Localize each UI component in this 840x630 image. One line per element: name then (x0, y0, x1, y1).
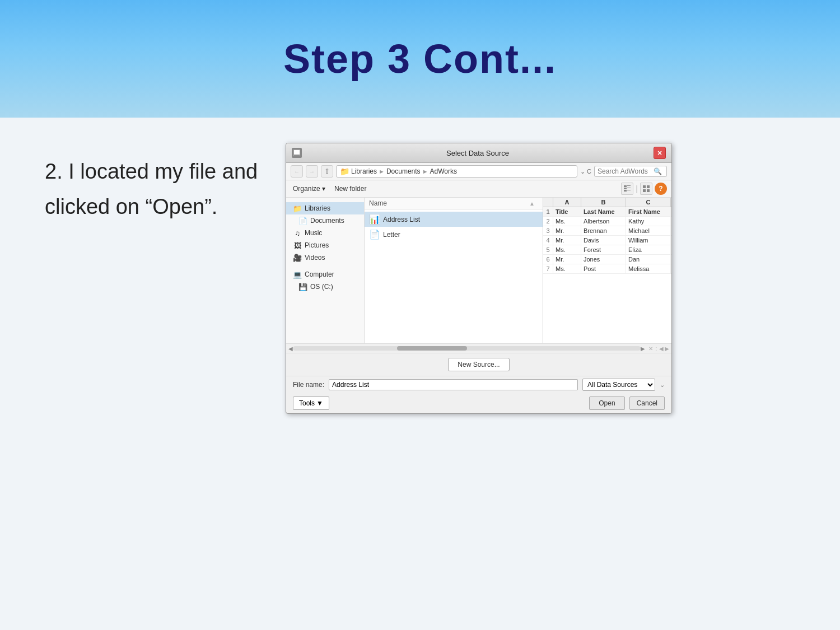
data-row: 2 Ms. Albertson Kathy (543, 217, 671, 226)
new-source-button[interactable]: New Source... (448, 358, 509, 371)
nav-back-button[interactable]: ← (291, 165, 303, 178)
cell-b: Post (581, 264, 626, 273)
cell-c: Dan (626, 255, 671, 264)
computer-icon: 💻 (293, 270, 302, 278)
cell-c: Melissa (626, 264, 671, 273)
svg-rect-6 (627, 188, 631, 188)
search-icon: 🔍 (654, 167, 662, 175)
filetype-select[interactable]: All Data Sources (582, 379, 655, 391)
cell-b: Last Name (581, 207, 626, 216)
sidebar-item-music[interactable]: ♫ Music (286, 227, 364, 239)
sidebar-item-computer[interactable]: 💻 Computer (286, 268, 364, 281)
col-header-c: C (626, 198, 671, 207)
cancel-button[interactable]: Cancel (629, 396, 665, 410)
filename-row: File name: All Data Sources ⌄ (286, 376, 671, 393)
sidebar-item-pictures[interactable]: 🖼 Pictures (286, 239, 364, 251)
nav-forward-button[interactable]: → (306, 165, 318, 178)
toolbar-sep: | (636, 184, 638, 193)
svg-rect-10 (647, 185, 650, 188)
sidebar-item-osc[interactable]: 💾 OS (C:) (286, 281, 364, 293)
cell-a: Mr. (553, 226, 581, 235)
path-documents: Documents (386, 167, 421, 175)
col-header-a: A (553, 198, 581, 207)
data-row: 4 Mr. Davis William (543, 236, 671, 245)
cell-c: Kathy (626, 217, 671, 226)
path-sep-2: ► (422, 168, 428, 175)
svg-rect-9 (643, 185, 646, 188)
new-source-row: New Source... (286, 353, 671, 376)
videos-icon: 🎥 (293, 254, 302, 262)
cell-rownum: 6 (543, 255, 553, 264)
new-folder-button[interactable]: New folder (332, 184, 368, 194)
svg-rect-5 (624, 188, 627, 189)
sidebar-label-documents: Documents (310, 217, 344, 225)
slide-body: 2. I located my file and clicked on “Ope… (0, 118, 840, 630)
data-row: 3 Mr. Brennan Michael (543, 226, 671, 236)
horizontal-scrollbar[interactable]: ◀ ▶ ✕ : ◀ ▶ (286, 343, 671, 353)
filetype-chevron: ⌄ (660, 381, 665, 389)
sidebar-item-documents[interactable]: 📄 Documents (286, 214, 364, 227)
cell-rownum: 5 (543, 245, 553, 254)
sidebar-label-libraries: Libraries (305, 204, 330, 212)
data-row: 5 Ms. Forest Eliza (543, 245, 671, 255)
cell-a: Ms. (553, 245, 581, 254)
path-sep-1: ► (379, 168, 385, 175)
view-tiles-button[interactable] (640, 183, 652, 195)
dialog-app-icon (292, 148, 302, 158)
search-input[interactable] (598, 167, 654, 175)
data-row: 1 Title Last Name First Name (543, 207, 671, 217)
instruction-line2: clicked on “Open”. (45, 192, 269, 222)
cell-rownum: 1 (543, 207, 553, 216)
tools-label: Tools (299, 399, 315, 407)
toolbar-right: | ? (621, 183, 667, 195)
path-libraries: Libraries (351, 167, 377, 175)
sidebar-item-libraries[interactable]: 📁 Libraries (286, 202, 364, 214)
svg-rect-12 (647, 189, 650, 192)
file-name-address-list: Address List (383, 216, 420, 223)
documents-icon: 📄 (298, 217, 307, 225)
open-button[interactable]: Open (589, 396, 624, 410)
version-dropdown: ⌄ C (580, 168, 591, 175)
search-box[interactable]: 🔍 (594, 166, 667, 177)
dialog-sidebar: 📁 Libraries 📄 Documents ♫ Music 🖼 Pictur… (286, 198, 365, 343)
tools-button[interactable]: Tools ▼ (293, 396, 329, 410)
data-preview-panel: A B C 1 Title Last Name First Name 2 Ms.… (543, 198, 671, 343)
filename-input[interactable] (329, 379, 578, 390)
file-item-letter[interactable]: 📄 Letter (365, 227, 543, 242)
address-list-icon: 📊 (369, 214, 380, 225)
file-name-letter: Letter (383, 231, 400, 239)
dialog-files-panel: Name ▲ 📊 Address List 📄 Letter (365, 198, 543, 343)
cell-a: Title (553, 207, 581, 216)
address-path[interactable]: 📁 Libraries ► Documents ► AdWorks (336, 165, 577, 178)
sidebar-label-computer: Computer (305, 270, 334, 278)
disk-icon: 💾 (298, 283, 307, 291)
cell-c: Michael (626, 226, 671, 235)
col-header-rownum (543, 198, 553, 207)
files-column-headers: Name ▲ (365, 198, 543, 209)
tools-chevron: ▼ (316, 399, 323, 407)
view-details-button[interactable] (621, 183, 633, 195)
sidebar-label-osc: OS (C:) (310, 283, 333, 291)
cell-c: Eliza (626, 245, 671, 254)
folder-icon: 📁 (340, 167, 349, 176)
cell-rownum: 3 (543, 226, 553, 235)
scroll-track[interactable] (293, 346, 641, 351)
svg-rect-1 (294, 150, 300, 155)
cell-b: Albertson (581, 217, 626, 226)
cell-b: Forest (581, 245, 626, 254)
cell-c: First Name (626, 207, 671, 216)
sidebar-label-pictures: Pictures (305, 241, 329, 249)
file-list: 📊 Address List 📄 Letter (365, 209, 543, 244)
cell-b: Davis (581, 236, 626, 245)
file-item-address-list[interactable]: 📊 Address List (365, 212, 543, 227)
nav-up-button[interactable]: ⇧ (321, 165, 333, 178)
data-row: 7 Ms. Post Melissa (543, 264, 671, 274)
dialog-close-button[interactable]: × (654, 147, 666, 159)
svg-rect-8 (627, 190, 631, 190)
organize-button[interactable]: Organize ▾ (291, 184, 328, 194)
help-button[interactable]: ? (655, 183, 667, 195)
instruction-line1: 2. I located my file and (45, 157, 269, 186)
data-preview-header: A B C (543, 198, 671, 207)
filename-label: File name: (293, 381, 324, 389)
sidebar-item-videos[interactable]: 🎥 Videos (286, 251, 364, 264)
